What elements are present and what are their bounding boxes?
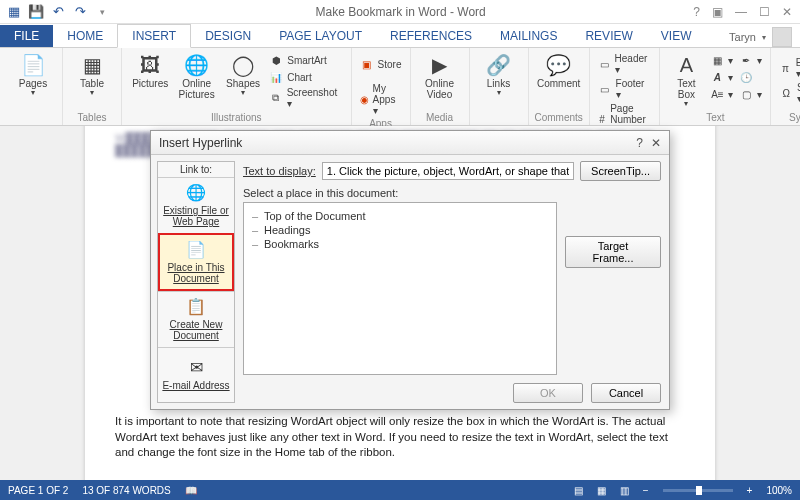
dropcap-button[interactable]: A≡▾ xyxy=(708,86,735,102)
text-to-display-input[interactable] xyxy=(322,162,574,180)
store-button[interactable]: ▣Store xyxy=(358,56,404,72)
signature-button[interactable]: ✒▾ xyxy=(737,52,764,68)
group-tables: Tables xyxy=(78,111,107,123)
dialog-help-icon[interactable]: ? xyxy=(636,136,643,150)
textbox-button[interactable]: AText Box▾ xyxy=(666,50,706,111)
signature-icon: ✒ xyxy=(739,53,753,67)
document-places-tree[interactable]: Top of the Document Headings Bookmarks xyxy=(243,202,557,375)
target-frame-button[interactable]: Target Frame... xyxy=(565,236,661,268)
dialog-title: Insert Hyperlink xyxy=(159,136,242,150)
footer-button[interactable]: ▭Footer ▾ xyxy=(596,77,654,101)
object-icon: ▢ xyxy=(739,87,753,101)
footer-icon: ▭ xyxy=(598,82,612,96)
tab-file[interactable]: FILE xyxy=(0,25,53,47)
tree-headings[interactable]: Headings xyxy=(252,223,548,237)
status-words[interactable]: 13 OF 874 WORDS xyxy=(82,485,170,496)
linkto-label: Link to: xyxy=(158,162,234,177)
status-proofing-icon[interactable]: 📖 xyxy=(185,485,197,496)
comment-icon: 💬 xyxy=(545,52,573,78)
quickparts-button[interactable]: ▦▾ xyxy=(708,52,735,68)
select-place-label: Select a place in this document: xyxy=(243,187,661,199)
view-read-icon[interactable]: ▤ xyxy=(574,485,583,496)
view-print-icon[interactable]: ▦ xyxy=(597,485,606,496)
tab-insert[interactable]: INSERT xyxy=(117,24,191,48)
comment-button[interactable]: 💬Comment xyxy=(536,50,582,91)
create-new-icon: 📋 xyxy=(185,297,207,317)
symbol-icon: Ω xyxy=(779,86,793,100)
smartart-button[interactable]: ⬢SmartArt xyxy=(267,52,344,68)
group-text: Text xyxy=(706,111,724,123)
dialog-close-icon[interactable]: ✕ xyxy=(651,136,661,150)
smartart-icon: ⬢ xyxy=(269,53,283,67)
tree-top-of-document[interactable]: Top of the Document xyxy=(252,209,548,223)
ok-button[interactable]: OK xyxy=(513,383,583,403)
group-illustrations: Illustrations xyxy=(211,111,262,123)
group-comments: Comments xyxy=(535,111,583,123)
myapps-button[interactable]: ◉My Apps ▾ xyxy=(358,82,404,117)
online-pictures-button[interactable]: 🌐Online Pictures xyxy=(174,50,218,102)
zoom-slider[interactable] xyxy=(663,489,733,492)
header-button[interactable]: ▭Header ▾ xyxy=(596,52,654,76)
online-pictures-icon: 🌐 xyxy=(183,52,211,78)
undo-icon[interactable]: ↶ xyxy=(48,2,68,22)
page-number-icon: # xyxy=(598,113,606,127)
close-icon[interactable]: ✕ xyxy=(782,5,792,19)
screenshot-button[interactable]: ⧉Screenshot ▾ xyxy=(267,86,344,110)
myapps-icon: ◉ xyxy=(360,93,369,107)
view-web-icon[interactable]: ▥ xyxy=(620,485,629,496)
ribbon-display-icon[interactable]: ▣ xyxy=(712,5,723,19)
word-app-icon[interactable]: ▦ xyxy=(4,2,24,22)
table-icon: ▦ xyxy=(78,52,106,78)
help-icon[interactable]: ? xyxy=(693,5,700,19)
avatar[interactable] xyxy=(772,27,792,47)
links-icon: 🔗 xyxy=(485,52,513,78)
pictures-button[interactable]: 🖼Pictures xyxy=(128,50,172,91)
screentip-button[interactable]: ScreenTip... xyxy=(580,161,661,181)
cancel-button[interactable]: Cancel xyxy=(591,383,661,403)
tab-page-layout[interactable]: PAGE LAYOUT xyxy=(265,25,376,47)
tab-design[interactable]: DESIGN xyxy=(191,25,265,47)
tab-mailings[interactable]: MAILINGS xyxy=(486,25,571,47)
user-dropdown-icon[interactable]: ▾ xyxy=(762,33,766,42)
minimize-icon[interactable]: — xyxy=(735,5,747,19)
zoom-level[interactable]: 100% xyxy=(766,485,792,496)
zoom-in-icon[interactable]: + xyxy=(747,485,753,496)
shapes-button[interactable]: ◯Shapes▾ xyxy=(221,50,265,100)
datetime-button[interactable]: 🕒 xyxy=(737,69,764,85)
symbol-button[interactable]: ΩSymbol ▾ xyxy=(777,81,800,105)
tree-bookmarks[interactable]: Bookmarks xyxy=(252,237,548,251)
datetime-icon: 🕒 xyxy=(739,70,753,84)
tab-review[interactable]: REVIEW xyxy=(571,25,646,47)
screenshot-icon: ⧉ xyxy=(269,91,282,105)
tab-view[interactable]: VIEW xyxy=(647,25,706,47)
window-title: Make Bookmark in Word - Word xyxy=(116,5,685,19)
textbox-icon: A xyxy=(672,52,700,78)
object-button[interactable]: ▢▾ xyxy=(737,86,764,102)
save-icon[interactable]: 💾 xyxy=(26,2,46,22)
qat-customize-icon[interactable]: ▾ xyxy=(92,2,112,22)
redo-icon[interactable]: ↷ xyxy=(70,2,90,22)
tab-home[interactable]: HOME xyxy=(53,25,117,47)
equation-button[interactable]: πEquation ▾ xyxy=(777,56,800,80)
shapes-icon: ◯ xyxy=(229,52,257,78)
insert-hyperlink-dialog: Insert Hyperlink ? ✕ Link to: 🌐Existing … xyxy=(150,130,670,410)
wordart-button[interactable]: A▾ xyxy=(708,69,735,85)
table-button[interactable]: ▦Table▾ xyxy=(69,50,115,100)
chart-button[interactable]: 📊Chart xyxy=(267,69,344,85)
equation-icon: π xyxy=(779,61,791,75)
pages-button[interactable]: 📄Pages▾ xyxy=(10,50,56,100)
online-video-button[interactable]: ▶Online Video xyxy=(417,50,463,102)
linkto-email[interactable]: ✉E-mail Address xyxy=(158,347,234,403)
linkto-existing-file[interactable]: 🌐Existing File or Web Page xyxy=(158,177,234,233)
linkto-place-in-document[interactable]: 📄Place in This Document xyxy=(158,233,234,292)
links-button[interactable]: 🔗Links▾ xyxy=(476,50,522,100)
header-icon: ▭ xyxy=(598,57,611,71)
dropcap-icon: A≡ xyxy=(710,87,724,101)
zoom-out-icon[interactable]: − xyxy=(643,485,649,496)
pictures-icon: 🖼 xyxy=(136,52,164,78)
status-page[interactable]: PAGE 1 OF 2 xyxy=(8,485,68,496)
linkto-create-new[interactable]: 📋Create New Document xyxy=(158,291,234,347)
tab-references[interactable]: REFERENCES xyxy=(376,25,486,47)
user-name[interactable]: Taryn xyxy=(729,31,756,43)
maximize-icon[interactable]: ☐ xyxy=(759,5,770,19)
